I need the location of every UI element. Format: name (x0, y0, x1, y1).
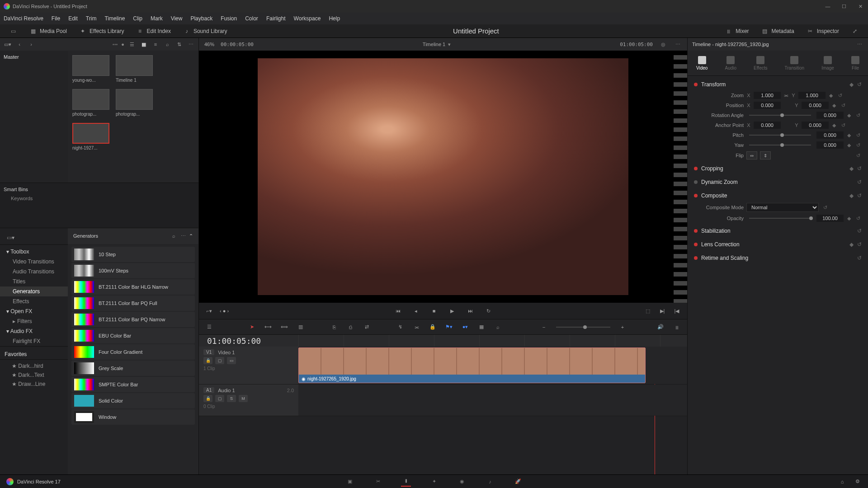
marker-button[interactable]: ●▾ (461, 323, 469, 331)
v1-lock[interactable]: 🔒 (203, 357, 212, 364)
timeline-ruler[interactable] (298, 335, 687, 347)
clip-thumbnail[interactable]: young-wo... (72, 55, 109, 83)
menu-mark[interactable]: Mark (151, 15, 163, 22)
fx-collapse-button[interactable]: ⌃ (189, 233, 193, 239)
nav-fwd-button[interactable]: › (27, 40, 35, 48)
generator-item[interactable]: 10 Step (71, 247, 195, 262)
mixer-toggle[interactable]: ⫼Mixer (721, 26, 752, 37)
link-button[interactable]: ⫘ (412, 323, 420, 331)
opacity-slider[interactable] (749, 218, 811, 219)
strip-view-button[interactable]: ≡ (151, 40, 160, 48)
thumb-view-button[interactable]: ▦ (140, 40, 148, 48)
inspector-tab-video[interactable]: Video (692, 54, 712, 72)
lens-correction-section[interactable]: Lens Correction◆↺ (692, 239, 863, 250)
video-clip[interactable]: ◉night-1927265_1920.jpg (298, 347, 646, 383)
yaw-slider[interactable] (749, 145, 811, 145)
audiofx-node[interactable]: ▾ Audio FX (0, 326, 68, 336)
dynamic-zoom-section[interactable]: Dynamic Zoom↺ (692, 176, 863, 188)
favorite-item[interactable]: ★ Dark...Text (0, 371, 68, 380)
menu-file[interactable]: File (52, 15, 60, 22)
generator-item[interactable]: SMPTE Color Bar (71, 377, 195, 392)
stop-button[interactable]: ■ (430, 307, 438, 315)
generator-item[interactable]: Grey Scale (71, 361, 195, 376)
timeline-selector[interactable]: Timeline 1 (423, 42, 445, 47)
fx-view-button[interactable]: ▭▾ (6, 234, 14, 242)
options-button[interactable]: ⋯ (187, 40, 195, 48)
a1-track-body[interactable] (298, 385, 687, 416)
clip-thumbnail[interactable]: photograp... (72, 89, 109, 117)
inspector-options[interactable]: ⋯ (855, 40, 863, 48)
menu-help[interactable]: Help (329, 15, 340, 22)
generator-item[interactable]: 100mV Steps (71, 263, 195, 278)
prev-frame-button[interactable]: ◂ (412, 307, 420, 315)
effects-library-toggle[interactable]: ✦Effects Library (75, 26, 127, 37)
edit-page-button[interactable]: ⫴ (401, 477, 411, 487)
fairlight-page-button[interactable]: ♪ (485, 477, 495, 487)
menu-davinci-resolve[interactable]: DaVinci Resolve (4, 15, 43, 22)
menu-color[interactable]: Color (245, 15, 258, 22)
snap-button[interactable]: ↯ (396, 323, 404, 331)
generator-item[interactable]: BT.2111 Color Bar PQ Full (71, 296, 195, 311)
anchor-y-input[interactable] (802, 122, 829, 129)
zoom-y-input[interactable] (798, 92, 826, 99)
media-page-button[interactable]: ▣ (345, 477, 355, 487)
metadata-toggle[interactable]: ▤Metadata (757, 26, 798, 37)
transform-reset[interactable]: ↺ (857, 81, 862, 88)
transform-keyframe[interactable]: ◆ (849, 81, 854, 88)
clip-thumbnail[interactable]: Timeline 1 (116, 55, 153, 83)
fx-category-generators[interactable]: Generators (0, 286, 68, 296)
home-button[interactable]: ⌂ (838, 478, 846, 486)
fx-category-audio-transitions[interactable]: Audio Transitions (0, 267, 68, 277)
favorite-item[interactable]: ★ Dark...hird (0, 361, 68, 371)
bin-tree[interactable]: Master (0, 51, 68, 183)
menu-edit[interactable]: Edit (68, 15, 78, 22)
project-settings-button[interactable]: ⚙ (854, 478, 862, 486)
pitch-slider[interactable] (749, 135, 811, 136)
fx-search-button[interactable]: ⌕ (170, 232, 178, 240)
inspector-tab-file[interactable]: File (847, 54, 864, 72)
pos-y-input[interactable] (802, 102, 829, 109)
inspector-tab-audio[interactable]: Audio (720, 54, 741, 72)
insert-button[interactable]: ⎘ (330, 323, 338, 331)
menu-fairlight[interactable]: Fairlight (266, 15, 286, 22)
last-frame-button[interactable]: ⏭ (466, 307, 474, 315)
bin-view-button[interactable]: ▭▾ (4, 40, 12, 48)
menu-trim[interactable]: Trim (86, 15, 97, 22)
v1-track-header[interactable]: V1Video 1 🔒▢▭ 1 Clip (199, 347, 298, 384)
fx-category-titles[interactable]: Titles (0, 277, 68, 286)
menu-timeline[interactable]: Timeline (104, 15, 125, 22)
v1-track-body[interactable]: ◉night-1927265_1920.jpg (298, 347, 687, 384)
full-inspector-button[interactable]: ⤢ (847, 26, 863, 37)
pitch-input[interactable] (816, 131, 844, 139)
loop-button[interactable]: ↻ (484, 307, 492, 315)
generator-item[interactable]: BT.2111 Color Bar PQ Narrow (71, 312, 195, 327)
flag-button[interactable]: ⚑▾ (445, 323, 453, 331)
generator-item[interactable]: Window (71, 409, 195, 425)
search-button[interactable]: ⌕ (163, 40, 171, 48)
trim-tool[interactable]: ⟷ (264, 323, 272, 331)
list-view-button[interactable]: ☰ (128, 40, 136, 48)
stabilization-section[interactable]: Stabilization↺ (692, 225, 863, 237)
bypass-button[interactable]: ◎ (659, 40, 667, 48)
mark-in-button[interactable]: ⌐▾ (205, 307, 213, 315)
cropping-section[interactable]: Cropping◆↺ (692, 163, 863, 174)
flip-v-button[interactable]: ⇕ (760, 151, 771, 160)
menu-view[interactable]: View (171, 15, 183, 22)
layout-preset-button[interactable]: ▭ (5, 26, 21, 37)
blade-tool[interactable]: ▥ (297, 323, 305, 331)
viewer-options-button[interactable]: ⋯ (674, 40, 682, 48)
openfx-filters[interactable]: ▸Filters (0, 316, 68, 326)
favorite-item[interactable]: ★ Draw...Line (0, 380, 68, 389)
openfx-node[interactable]: ▾ Open FX (0, 306, 68, 316)
generator-item[interactable]: Solid Color (71, 393, 195, 408)
sort-button[interactable]: ⇅ (175, 40, 183, 48)
prev-edit-button[interactable]: |◀ (673, 307, 681, 315)
match-frame-button[interactable]: ⬚ (644, 307, 652, 315)
deliver-page-button[interactable]: 🚀 (513, 477, 523, 487)
window-close-button[interactable]: ✕ (856, 2, 864, 10)
index-button[interactable]: ▦ (477, 323, 486, 331)
sound-library-toggle[interactable]: ♪Sound Library (179, 26, 231, 37)
zoom-x-input[interactable] (754, 92, 781, 99)
next-edit-button[interactable]: ▶| (658, 307, 666, 315)
fx-options-button[interactable]: ⋯ (179, 232, 188, 240)
